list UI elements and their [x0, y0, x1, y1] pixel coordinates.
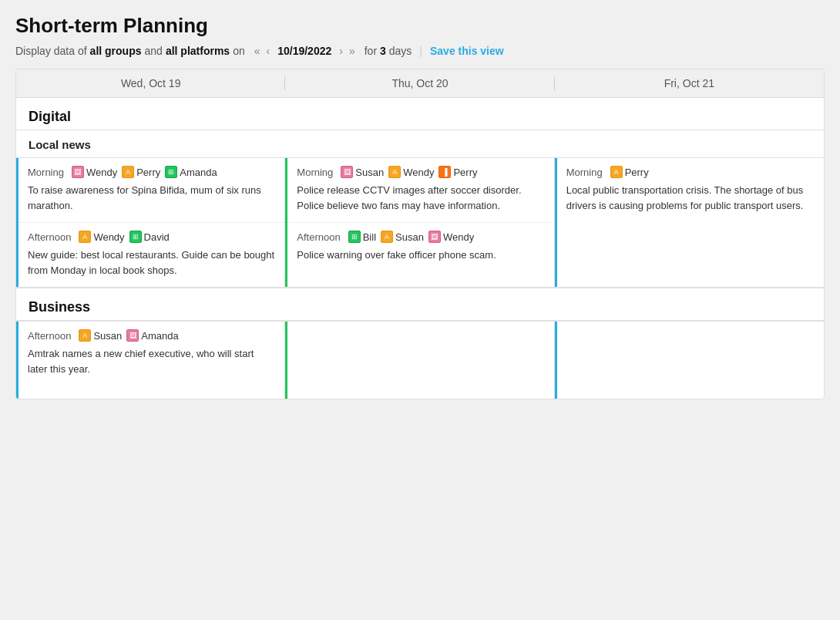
all-groups-label: all groups — [90, 45, 142, 57]
person-perry-thu: ▐ Perry — [438, 166, 477, 178]
story-text-biz-wed: Amtrak names a new chief executive, who … — [28, 346, 275, 376]
local-news-col-fri: Morning A Perry Local public transportat… — [555, 158, 824, 287]
save-view-link[interactable]: Save this view — [430, 45, 504, 57]
business-col-fri — [555, 322, 824, 399]
time-label-2: Afternoon — [28, 231, 71, 243]
amanda-biz-name: Amanda — [141, 330, 178, 342]
susan-icon: 🖼 — [341, 166, 353, 178]
story-text-fri-morning: Local public transportation crisis. The … — [566, 183, 815, 213]
time-row-2: Afternoon A Wendy ⊞ David — [28, 231, 275, 243]
days-count-label: 3 days — [380, 45, 412, 57]
david-icon: ⊞ — [129, 231, 142, 243]
wendy-pm-name: Wendy — [443, 231, 474, 243]
person-susan-biz: A Susan — [79, 329, 122, 342]
person-amanda-biz: 🖼 Amanda — [126, 329, 178, 342]
nav-controls: « ‹ 10/19/2022 › » — [253, 44, 357, 58]
local-news-grid: Morning 🖼 Wendy A Perry ⊞ Am — [16, 157, 824, 287]
perry-fri-icon: A — [610, 166, 623, 178]
susan-pm-name: Susan — [395, 231, 424, 243]
time-row-thu-pm: Afternoon ⊞ Bill A Susan 🖼 W — [297, 231, 544, 243]
business-section-header: Business — [16, 288, 824, 321]
all-platforms-label: all platforms — [166, 45, 230, 57]
person-bill: ⊞ Bill — [348, 231, 376, 243]
wendy-pm-icon: 🖼 — [428, 231, 441, 243]
days-number: 3 — [380, 45, 386, 57]
local-news-thu-morning-block: Morning 🖼 Susan A Wendy ▐ Pe — [287, 158, 553, 223]
date-header-row: Wed, Oct 19 Thu, Oct 20 Fri, Oct 21 — [16, 69, 824, 98]
perry-name: Perry — [136, 167, 160, 178]
bill-icon: ⊞ — [348, 231, 361, 243]
susan-name: Susan — [355, 167, 384, 178]
amanda-icon: ⊞ — [165, 166, 177, 178]
person-perry: A Perry — [122, 166, 160, 178]
story-text-thu-morning: Police release CCTV images after soccer … — [297, 183, 544, 213]
wendy2-icon: A — [79, 231, 91, 243]
time-label-thu-am: Morning — [297, 167, 333, 178]
person-perry-fri: A Perry — [610, 166, 649, 178]
days-word: days — [389, 45, 412, 57]
local-news-col-thu: Morning 🖼 Susan A Wendy ▐ Pe — [285, 158, 554, 287]
time-row-thu-am: Morning 🖼 Susan A Wendy ▐ Pe — [297, 166, 544, 178]
amanda-name: Amanda — [180, 167, 217, 178]
main-content: Wed, Oct 19 Thu, Oct 20 Fri, Oct 21 Digi… — [15, 69, 825, 399]
david-name: David — [144, 231, 170, 243]
wendy-thu-name: Wendy — [403, 167, 434, 178]
local-news-fri-morning-block: Morning A Perry Local public transportat… — [557, 158, 824, 222]
page-title: Short-term Planning — [15, 14, 825, 38]
perry-thu-name: Perry — [453, 167, 477, 178]
local-news-wed-morning-block: Morning 🖼 Wendy A Perry ⊞ Am — [18, 158, 284, 223]
business-time-label: Afternoon — [28, 330, 71, 342]
business-col-thu — [285, 322, 554, 399]
digital-section-header: Digital — [16, 98, 824, 130]
subtitle-prefix: Display data of — [15, 45, 87, 57]
date-header-thu: Thu, Oct 20 — [285, 69, 554, 97]
local-news-wed-afternoon-block: Afternoon A Wendy ⊞ David New guide: bes… — [18, 223, 284, 287]
dbl-right-btn[interactable]: » — [348, 44, 357, 58]
person-susan: 🖼 Susan — [341, 166, 384, 178]
time-label: Morning — [28, 167, 64, 178]
business-wed-afternoon-block: Afternoon A Susan 🖼 Amanda Amtrak names … — [18, 322, 284, 386]
person-wendy-pm: 🖼 Wendy — [428, 231, 474, 243]
business-section: Business Afternoon A Susan 🖼 — [16, 287, 824, 399]
wendy-name: Wendy — [86, 167, 117, 178]
person-wendy: 🖼 Wendy — [72, 166, 117, 178]
wendy2-name: Wendy — [93, 231, 124, 243]
subtitle-on: on — [233, 45, 245, 57]
story-text-wed-morning: To raise awareness for Spina Bifida, mum… — [28, 183, 275, 213]
perry-thu-icon: ▐ — [438, 166, 451, 178]
person-susan-pm: A Susan — [381, 231, 424, 243]
current-date: 10/19/2022 — [277, 45, 331, 57]
subtitle-and: and — [145, 45, 163, 57]
local-news-col-wed: Morning 🖼 Wendy A Perry ⊞ Am — [16, 158, 285, 287]
perry-icon: A — [122, 166, 134, 178]
person-amanda: ⊞ Amanda — [165, 166, 217, 178]
susan-biz-icon: A — [79, 329, 91, 342]
date-header-wed: Wed, Oct 19 — [16, 69, 285, 97]
story-text-wed-afternoon: New guide: best local restaurants. Guide… — [28, 248, 275, 278]
date-header-fri: Fri, Oct 21 — [555, 69, 824, 97]
business-grid: Afternoon A Susan 🖼 Amanda Amtrak names … — [16, 321, 824, 399]
person-david: ⊞ David — [129, 231, 170, 243]
wendy-thu-icon: A — [388, 166, 401, 178]
story-text-thu-afternoon: Police warning over fake officer phone s… — [297, 248, 544, 263]
local-news-label: Local news — [16, 130, 824, 157]
for-label: for — [365, 45, 377, 57]
person-wendy-2: A Wendy — [79, 231, 124, 243]
amanda-biz-icon: 🖼 — [126, 329, 139, 342]
bill-name: Bill — [363, 231, 376, 243]
susan-pm-icon: A — [381, 231, 393, 243]
right-btn[interactable]: › — [338, 44, 344, 58]
page-wrapper: Short-term Planning Display data of all … — [0, 0, 840, 415]
local-news-thu-afternoon-block: Afternoon ⊞ Bill A Susan 🖼 W — [287, 223, 553, 272]
business-col-wed: Afternoon A Susan 🖼 Amanda Amtrak names … — [16, 322, 285, 399]
dbl-left-btn[interactable]: « — [253, 44, 262, 58]
pipe-divider: | — [419, 45, 422, 57]
time-label-thu-pm: Afternoon — [297, 231, 340, 243]
wendy-icon: 🖼 — [72, 166, 84, 178]
left-btn[interactable]: ‹ — [265, 44, 272, 58]
perry-fri-name: Perry — [625, 167, 649, 178]
susan-biz-name: Susan — [93, 330, 122, 342]
business-time-row: Afternoon A Susan 🖼 Amanda — [28, 329, 275, 342]
person-wendy-thu: A Wendy — [388, 166, 434, 178]
time-row-fri-am: Morning A Perry — [566, 166, 815, 178]
